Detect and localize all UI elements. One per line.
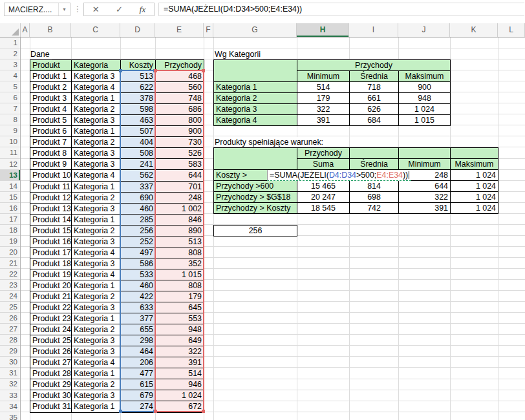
- cell-kategoria[interactable]: Kategoria 1: [72, 313, 121, 324]
- cell-przychody[interactable]: 890: [156, 226, 204, 236]
- column-header[interactable]: E: [155, 23, 204, 37]
- cell-kategoria[interactable]: Kategoria 3: [72, 335, 121, 346]
- category-col-header[interactable]: Maksimum: [399, 71, 451, 82]
- cell-kategoria[interactable]: Kategoria 3: [72, 302, 121, 313]
- category-col-header[interactable]: Minimum: [297, 71, 350, 82]
- cell-kategoria[interactable]: Kategoria 1: [72, 126, 121, 137]
- cell-srednia[interactable]: 698: [350, 192, 399, 203]
- cell-produkt[interactable]: Produkt 23: [30, 313, 72, 324]
- cell-minimum[interactable]: 644: [399, 181, 451, 192]
- cell-minimum[interactable]: 514: [297, 82, 350, 93]
- column-header[interactable]: A: [21, 23, 30, 37]
- cell-przychody[interactable]: 686: [156, 104, 204, 115]
- cell-przychody[interactable]: 560: [156, 82, 204, 93]
- row-header[interactable]: 3: [0, 59, 20, 70]
- row-header[interactable]: 4: [0, 70, 20, 81]
- cell-kategoria-label[interactable]: Kategoria 2: [214, 93, 297, 104]
- cell-kategoria[interactable]: Kategoria 3: [72, 236, 121, 247]
- cell-koszty[interactable]: 285: [121, 215, 156, 226]
- column-header[interactable]: K: [450, 23, 498, 37]
- cell-koszty[interactable]: 298: [121, 335, 156, 346]
- cell-przychody[interactable]: 748: [156, 93, 204, 104]
- cell-kategoria-label[interactable]: Kategoria 4: [214, 115, 297, 126]
- cell-przychody[interactable]: 946: [156, 379, 204, 390]
- cell-koszty[interactable]: 252: [121, 236, 156, 247]
- row-header[interactable]: 11: [0, 147, 20, 158]
- cell-kategoria[interactable]: Kategoria 2: [72, 291, 121, 302]
- cell-kategoria[interactable]: Kategoria 4: [72, 269, 121, 280]
- cell-minimum[interactable]: 179: [297, 93, 350, 104]
- cell-srednia[interactable]: 661: [350, 93, 399, 104]
- cell-editor[interactable]: =SUMA(JEŻELI(D4:D34>500;E4:E34)): [267, 170, 411, 181]
- cell-srednia[interactable]: 718: [350, 82, 399, 93]
- condition-table-corner[interactable]: [214, 148, 297, 170]
- condition-col-header[interactable]: Minimum: [399, 159, 451, 170]
- cell-kategoria[interactable]: Kategoria 1: [72, 182, 121, 193]
- name-box[interactable]: MACIERZ.... ▾: [4, 3, 70, 16]
- cell-minimum[interactable]: 322: [297, 104, 350, 115]
- column-header[interactable]: G: [213, 23, 297, 37]
- cell-dane-label[interactable]: Dane: [30, 49, 52, 59]
- cell-produkt[interactable]: Produkt 31: [30, 401, 72, 412]
- cell-wg-kategorii-label[interactable]: Wg Kategorii: [215, 49, 262, 59]
- cell-kategoria-label[interactable]: Kategoria 3: [214, 104, 297, 115]
- cell-koszty[interactable]: 422: [121, 291, 156, 302]
- cell-kategoria-label[interactable]: Kategoria 1: [214, 82, 297, 93]
- row-header[interactable]: 18: [0, 225, 20, 236]
- cell-g18[interactable]: 256: [213, 225, 297, 236]
- cell-koszty[interactable]: 378: [121, 93, 156, 104]
- cell-kategoria[interactable]: Kategoria 3: [72, 115, 121, 126]
- row-header[interactable]: 32: [0, 379, 20, 390]
- cell-koszty[interactable]: 513: [121, 71, 156, 82]
- cell-przychody[interactable]: 322: [156, 346, 204, 357]
- cell-produkt[interactable]: Produkt 14: [30, 215, 72, 226]
- row-header[interactable]: 6: [0, 92, 20, 103]
- row-header[interactable]: 5: [0, 81, 20, 92]
- cell-produkt[interactable]: Produkt 30: [30, 390, 72, 401]
- row-header[interactable]: 16: [0, 203, 20, 214]
- cell-produkt[interactable]: Produkt 18: [30, 258, 72, 269]
- cell-kategoria[interactable]: Kategoria 4: [72, 170, 121, 181]
- column-header[interactable]: I: [349, 23, 398, 37]
- cell-koszty[interactable]: 241: [121, 159, 156, 170]
- column-header[interactable]: H: [297, 23, 349, 37]
- cell-przychody[interactable]: 649: [156, 335, 204, 346]
- cell-produkt[interactable]: Produkt 28: [30, 368, 72, 379]
- cell-kategoria[interactable]: Kategoria 3: [72, 390, 121, 401]
- cell-produkt[interactable]: Produkt 3: [30, 93, 72, 104]
- cell-produkt[interactable]: Produkt 13: [30, 204, 72, 215]
- cell-maksimum[interactable]: 1 024: [451, 192, 498, 203]
- cell-minimum[interactable]: 391: [297, 115, 350, 126]
- cell-produkt[interactable]: Produkt 19: [30, 269, 72, 280]
- empty-cell[interactable]: [350, 148, 399, 159]
- cell-kategoria[interactable]: Kategoria 1: [72, 215, 121, 226]
- formula-input[interactable]: =SUMA(JEŻELI(D4:D34>500;E4:E34)): [158, 3, 524, 16]
- row-header[interactable]: 2: [0, 48, 20, 59]
- cell-maksimum[interactable]: 1 024: [451, 170, 498, 181]
- cell-kategoria[interactable]: Kategoria 3: [72, 159, 121, 170]
- cell-produkt[interactable]: Produkt 26: [30, 346, 72, 357]
- row-header[interactable]: 30: [0, 357, 20, 368]
- chevron-down-icon[interactable]: ▾: [58, 3, 70, 16]
- cell-kategoria[interactable]: Kategoria 2: [72, 324, 121, 335]
- cancel-icon[interactable]: ✕: [92, 3, 100, 16]
- row-header[interactable]: 31: [0, 368, 20, 379]
- cell-kategoria[interactable]: Kategoria 2: [72, 104, 121, 115]
- cell-kategoria[interactable]: Kategoria 1: [72, 368, 121, 379]
- row-header[interactable]: 27: [0, 324, 20, 335]
- cell-koszty[interactable]: 507: [121, 126, 156, 137]
- cell-maksimum[interactable]: 1 024: [451, 203, 498, 214]
- cell-suma[interactable]: 18 545: [297, 203, 350, 214]
- cell-produkt[interactable]: Produkt 25: [30, 335, 72, 346]
- cell-suma[interactable]: 20 247: [297, 192, 350, 203]
- cell-kategoria[interactable]: Kategoria 2: [72, 193, 121, 204]
- cell-kategoria[interactable]: Kategoria 3: [72, 346, 121, 357]
- cell-koszty[interactable]: 633: [121, 302, 156, 313]
- cell-przychody[interactable]: 179: [156, 291, 204, 302]
- row-header[interactable]: 13: [0, 170, 20, 181]
- row-header[interactable]: 9: [0, 125, 20, 136]
- cell-przychody[interactable]: 248: [156, 193, 204, 204]
- cell-koszty[interactable]: 655: [121, 324, 156, 335]
- cell-przychody[interactable]: 808: [156, 280, 204, 291]
- row-header[interactable]: 12: [0, 159, 20, 170]
